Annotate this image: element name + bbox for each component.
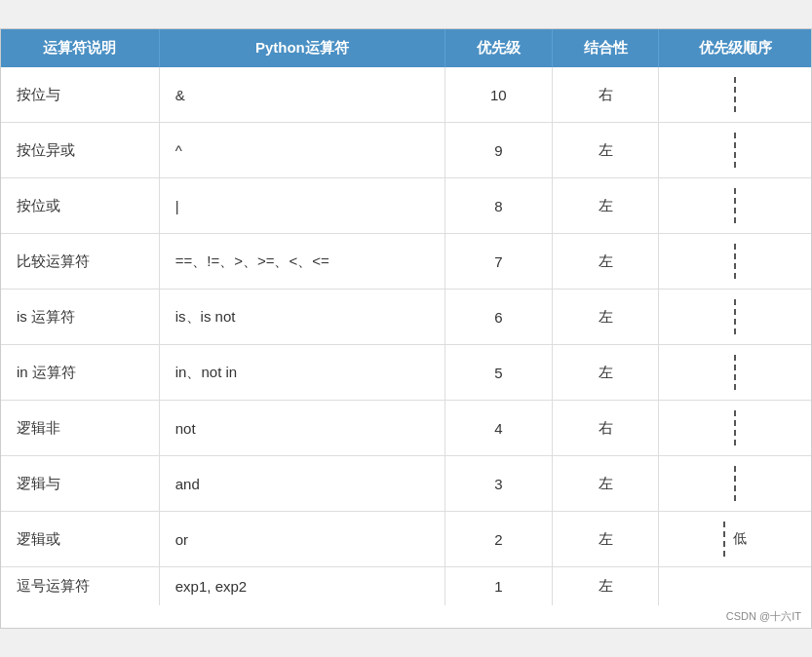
cell-associativity: 左 bbox=[552, 456, 659, 512]
table-row: 按位与&10右 bbox=[1, 67, 811, 123]
cell-priority: 3 bbox=[445, 456, 552, 512]
cell-priority: 8 bbox=[445, 178, 552, 234]
cell-description: is 运算符 bbox=[1, 290, 159, 345]
cell-order: 低 bbox=[659, 512, 811, 567]
table-row: 按位异或^9左 bbox=[1, 123, 811, 178]
cell-order bbox=[659, 123, 811, 178]
cell-operator: or bbox=[159, 512, 445, 567]
cell-operator: exp1, exp2 bbox=[159, 567, 445, 606]
cell-associativity: 左 bbox=[552, 290, 659, 345]
cell-priority: 2 bbox=[445, 512, 552, 567]
cell-description: 逻辑非 bbox=[1, 401, 159, 456]
footer-text: CSDN @十六IT bbox=[1, 605, 811, 628]
cell-priority: 4 bbox=[445, 401, 552, 456]
cell-associativity: 左 bbox=[552, 178, 659, 234]
cell-operator: ^ bbox=[159, 123, 445, 178]
table-row: in 运算符in、not in5左 bbox=[1, 345, 811, 401]
cell-order bbox=[659, 345, 811, 401]
cell-priority: 9 bbox=[445, 123, 552, 178]
cell-description: 比较运算符 bbox=[1, 234, 159, 290]
cell-description: 按位与 bbox=[1, 67, 159, 123]
cell-associativity: 右 bbox=[552, 67, 659, 123]
cell-priority: 5 bbox=[445, 345, 552, 401]
cell-operator: is、is not bbox=[159, 290, 445, 345]
table-row: 比较运算符==、!=、>、>=、<、<=7左 bbox=[1, 234, 811, 290]
cell-associativity: 左 bbox=[552, 234, 659, 290]
cell-description: 按位异或 bbox=[1, 123, 159, 178]
cell-priority: 1 bbox=[445, 567, 552, 606]
operator-table: 运算符说明 Python运算符 优先级 结合性 优先级顺序 按位与&10右按位异… bbox=[1, 29, 811, 605]
cell-description: 逻辑或 bbox=[1, 512, 159, 567]
cell-description: 逻辑与 bbox=[1, 456, 159, 512]
cell-description: 按位或 bbox=[1, 178, 159, 234]
cell-associativity: 右 bbox=[552, 401, 659, 456]
cell-operator: in、not in bbox=[159, 345, 445, 401]
cell-operator: ==、!=、>、>=、<、<= bbox=[159, 234, 445, 290]
cell-order bbox=[659, 567, 811, 606]
header-priority: 优先级 bbox=[445, 29, 552, 67]
cell-associativity: 左 bbox=[552, 512, 659, 567]
cell-associativity: 左 bbox=[552, 123, 659, 178]
cell-priority: 10 bbox=[445, 67, 552, 123]
low-label: 低 bbox=[733, 530, 747, 548]
cell-associativity: 左 bbox=[552, 567, 659, 606]
header-description: 运算符说明 bbox=[1, 29, 159, 67]
cell-order bbox=[659, 178, 811, 234]
cell-order bbox=[659, 67, 811, 123]
cell-operator: | bbox=[159, 178, 445, 234]
table-header-row: 运算符说明 Python运算符 优先级 结合性 优先级顺序 bbox=[1, 29, 811, 67]
cell-order bbox=[659, 401, 811, 456]
header-operator: Python运算符 bbox=[159, 29, 445, 67]
table-row: 按位或|8左 bbox=[1, 178, 811, 234]
header-priority-order: 优先级顺序 bbox=[659, 29, 811, 67]
table-row: 逻辑或or2左低 bbox=[1, 512, 811, 567]
cell-operator: and bbox=[159, 456, 445, 512]
cell-order bbox=[659, 234, 811, 290]
cell-operator: not bbox=[159, 401, 445, 456]
cell-priority: 7 bbox=[445, 234, 552, 290]
table-row: 逻辑与and3左 bbox=[1, 456, 811, 512]
operator-table-container: 运算符说明 Python运算符 优先级 结合性 优先级顺序 按位与&10右按位异… bbox=[0, 28, 812, 629]
cell-associativity: 左 bbox=[552, 345, 659, 401]
table-row: is 运算符is、is not6左 bbox=[1, 290, 811, 345]
header-associativity: 结合性 bbox=[552, 29, 659, 67]
cell-order bbox=[659, 456, 811, 512]
cell-description: 逗号运算符 bbox=[1, 567, 159, 606]
table-row: 逗号运算符exp1, exp21左 bbox=[1, 567, 811, 606]
cell-operator: & bbox=[159, 67, 445, 123]
cell-description: in 运算符 bbox=[1, 345, 159, 401]
table-row: 逻辑非not4右 bbox=[1, 401, 811, 456]
cell-priority: 6 bbox=[445, 290, 552, 345]
cell-order bbox=[659, 290, 811, 345]
